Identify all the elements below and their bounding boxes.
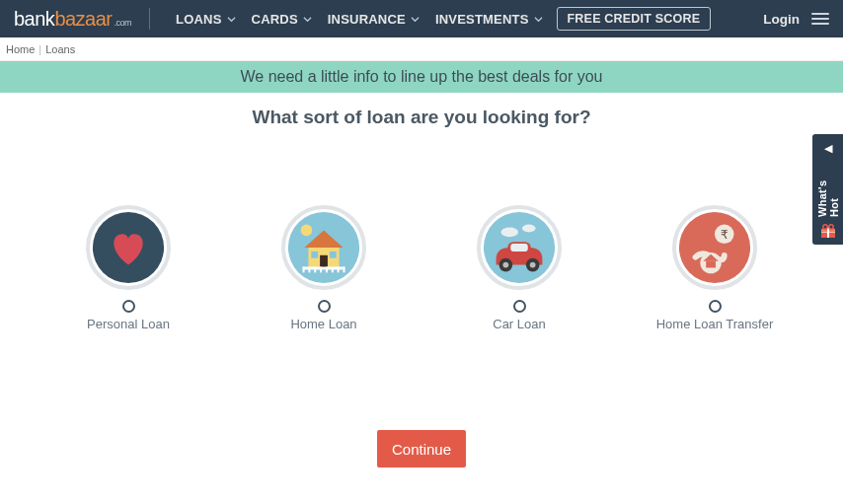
svg-rect-5	[320, 255, 328, 269]
svg-rect-15	[338, 267, 340, 273]
radio-icon[interactable]	[122, 300, 135, 313]
car-icon	[481, 209, 558, 286]
svg-rect-10	[308, 267, 310, 273]
radio-icon[interactable]	[513, 300, 526, 313]
svg-point-18	[500, 228, 518, 238]
svg-point-24	[530, 262, 536, 268]
option-illustration	[477, 205, 562, 290]
svg-rect-6	[311, 252, 318, 258]
svg-point-37	[828, 225, 832, 229]
option-illustration	[86, 205, 171, 290]
house-icon	[285, 209, 362, 286]
chevron-down-icon	[303, 15, 312, 24]
svg-point-2	[301, 225, 313, 237]
radio-icon[interactable]	[318, 300, 331, 313]
hamburger-icon[interactable]	[811, 13, 829, 25]
svg-rect-11	[314, 267, 316, 273]
chevron-left-icon: ◀	[824, 142, 832, 155]
svg-rect-12	[320, 267, 322, 273]
svg-rect-35	[821, 232, 835, 233]
svg-point-19	[522, 225, 536, 233]
chevron-down-icon	[227, 15, 236, 24]
radio-icon[interactable]	[709, 300, 722, 313]
divider	[149, 8, 150, 30]
option-label: Home Loan Transfer	[656, 317, 774, 331]
free-credit-score-button[interactable]: FREE CREDIT SCORE	[557, 7, 712, 31]
option-home-loan[interactable]: Home Loan	[265, 205, 383, 331]
top-header: bankbazaar.com LOANS CARDS INSURANCE INV…	[0, 0, 843, 37]
whats-hot-label: What's Hot	[816, 161, 840, 217]
nav-loans[interactable]: LOANS	[168, 12, 244, 27]
svg-rect-7	[330, 252, 337, 258]
heart-icon	[90, 209, 167, 286]
breadcrumb: Home | Loans	[0, 37, 843, 61]
svg-text:₹: ₹	[721, 228, 728, 241]
option-car-loan[interactable]: Car Loan	[460, 205, 578, 331]
breadcrumb-separator: |	[38, 43, 41, 55]
svg-point-22	[502, 262, 508, 268]
continue-button[interactable]: Continue	[377, 430, 466, 468]
nav-investments[interactable]: INVESTMENTS	[427, 12, 551, 27]
svg-rect-16	[344, 267, 345, 273]
option-home-loan-transfer[interactable]: ₹ Home Loan Transfer	[655, 205, 774, 331]
brand-logo[interactable]: bankbazaar.com	[14, 8, 131, 31]
option-illustration: ₹	[672, 205, 757, 290]
chevron-down-icon	[411, 15, 420, 24]
option-label: Car Loan	[493, 317, 545, 331]
nav-label: INVESTMENTS	[435, 12, 529, 27]
nav-label: LOANS	[176, 12, 222, 27]
option-personal-loan[interactable]: Personal Loan	[69, 205, 188, 331]
nav-label: CARDS	[252, 12, 298, 27]
main-nav: LOANS CARDS INSURANCE INVESTMENTS FREE C…	[168, 7, 711, 31]
svg-rect-30	[706, 261, 716, 268]
login-link[interactable]: Login	[763, 12, 800, 27]
breadcrumb-current: Loans	[45, 43, 75, 55]
logo-part1: bank	[14, 8, 54, 31]
question-heading: What sort of loan are you looking for?	[0, 93, 843, 138]
option-illustration	[281, 205, 366, 290]
breadcrumb-home[interactable]: Home	[6, 43, 35, 55]
nav-cards[interactable]: CARDS	[244, 12, 320, 27]
svg-rect-9	[303, 267, 305, 273]
option-label: Home Loan	[290, 317, 356, 331]
svg-rect-25	[510, 244, 528, 252]
loan-options: Personal Loan Home Loan	[0, 205, 843, 331]
info-banner: We need a little info to line up the bes…	[0, 61, 843, 93]
loan-transfer-icon: ₹	[676, 209, 753, 286]
svg-rect-13	[326, 267, 328, 273]
logo-part2: bazaar	[54, 8, 112, 31]
svg-rect-14	[332, 267, 334, 273]
logo-suffix: .com	[115, 18, 132, 28]
nav-label: INSURANCE	[328, 12, 406, 27]
gift-icon	[820, 223, 836, 239]
svg-point-36	[822, 225, 826, 229]
chevron-down-icon	[534, 15, 543, 24]
nav-insurance[interactable]: INSURANCE	[320, 12, 427, 27]
whats-hot-tab[interactable]: ◀ What's Hot	[812, 134, 843, 245]
option-label: Personal Loan	[87, 317, 170, 331]
